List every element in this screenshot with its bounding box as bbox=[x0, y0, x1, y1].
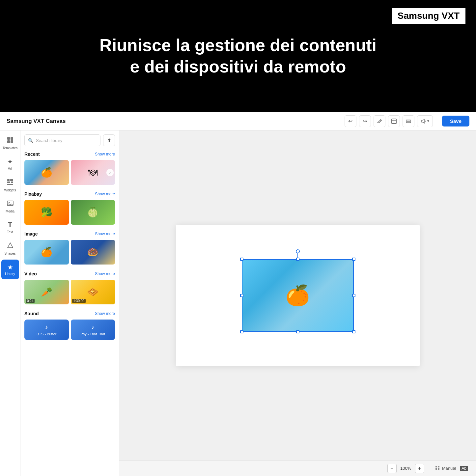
zoom-out-button[interactable]: − bbox=[387, 464, 397, 473]
search-input-container[interactable]: 🔍 Search library bbox=[24, 134, 100, 146]
sidebar-item-templates[interactable]: Templates bbox=[1, 133, 19, 153]
art-icon: ✦ bbox=[7, 158, 13, 166]
library-icon: ★ bbox=[7, 263, 13, 271]
video-duration-2: 1:30:00 bbox=[72, 299, 86, 303]
templates-label: Templates bbox=[3, 146, 18, 150]
image-element: 🍊 bbox=[242, 259, 354, 332]
music-icon-1: ♪ bbox=[45, 324, 48, 331]
ab-label: Ab bbox=[460, 466, 468, 471]
svg-rect-11 bbox=[10, 179, 13, 181]
art-label: Art bbox=[8, 167, 12, 170]
app-title: Samsung VXT Canvas bbox=[7, 118, 341, 125]
topbar: Samsung VXT Canvas ↩ ↪ bbox=[0, 112, 476, 130]
image-grid: 🍊 🍩 bbox=[24, 240, 115, 265]
image-item-2[interactable]: 🍩 bbox=[71, 240, 115, 265]
svg-point-16 bbox=[9, 202, 10, 203]
music-icon-2: ♪ bbox=[91, 324, 94, 331]
canvas-bottom-bar: − 100% + Manual bbox=[119, 460, 476, 476]
hero-title: Riunisce la gestione dei contenuti e dei… bbox=[99, 35, 377, 77]
svg-rect-3 bbox=[406, 120, 411, 121]
recent-show-more[interactable]: Show more bbox=[95, 152, 115, 156]
zoom-in-button[interactable]: + bbox=[415, 464, 424, 473]
svg-rect-7 bbox=[11, 137, 13, 140]
sound-name-1: BTS - Butter bbox=[37, 332, 57, 336]
svg-rect-13 bbox=[11, 182, 13, 183]
media-label: Media bbox=[6, 210, 14, 213]
recent-item-1[interactable]: 🍊 bbox=[24, 160, 69, 185]
undo-button[interactable]: ↩ bbox=[345, 115, 356, 127]
resize-handle-bc[interactable] bbox=[296, 330, 299, 333]
sidebar-item-text[interactable]: T Text bbox=[1, 217, 19, 237]
pixabay-item-1[interactable]: 🥦 bbox=[24, 200, 69, 225]
resize-handle-mr[interactable] bbox=[352, 294, 355, 297]
recent-item-2[interactable]: 🍽 › bbox=[71, 160, 115, 185]
sidebar-item-shapes[interactable]: Shapes bbox=[1, 238, 19, 258]
recent-next-arrow[interactable]: › bbox=[106, 169, 114, 176]
video-show-more[interactable]: Show more bbox=[95, 271, 115, 276]
video-item-1[interactable]: 🥕 0:24 bbox=[24, 280, 69, 304]
video-grid: 🥕 0:24 🧇 1:30:00 bbox=[24, 280, 115, 304]
library-search-bar: 🔍 Search library ⬆ bbox=[24, 134, 115, 146]
resize-handle-br[interactable] bbox=[352, 330, 355, 333]
widgets-icon bbox=[7, 179, 14, 187]
layers-button[interactable] bbox=[403, 115, 414, 127]
resize-handle-bl[interactable] bbox=[240, 330, 243, 333]
toolbar-tools: ↩ ↪ bbox=[345, 115, 433, 127]
redo-button[interactable]: ↪ bbox=[359, 115, 371, 127]
sidebar-item-widgets[interactable]: Widgets bbox=[1, 175, 19, 195]
rotate-handle[interactable] bbox=[296, 249, 300, 253]
library-label: Library bbox=[5, 272, 15, 276]
templates-icon bbox=[7, 136, 14, 145]
svg-rect-9 bbox=[11, 140, 13, 143]
text-label: Text bbox=[7, 230, 13, 234]
shapes-label: Shapes bbox=[5, 252, 16, 255]
search-placeholder: Search library bbox=[36, 138, 62, 143]
video-title: Video bbox=[24, 271, 37, 276]
pixabay-show-more[interactable]: Show more bbox=[95, 192, 115, 196]
svg-rect-10 bbox=[7, 179, 10, 181]
sidebar-item-media[interactable]: Media bbox=[1, 196, 19, 216]
svg-rect-6 bbox=[7, 137, 10, 140]
sidebar-item-art[interactable]: ✦ Art bbox=[1, 154, 19, 174]
image-show-more[interactable]: Show more bbox=[95, 232, 115, 236]
video-section-header: Video Show more bbox=[24, 271, 115, 276]
library-panel: 🔍 Search library ⬆ Recent Show more 🍊 🍽 … bbox=[20, 130, 119, 476]
resize-handle-ml[interactable] bbox=[240, 294, 243, 297]
pixabay-item-2[interactable]: 🍈 bbox=[71, 200, 115, 225]
recent-section-header: Recent Show more bbox=[24, 152, 115, 157]
upload-button[interactable]: ⬆ bbox=[103, 134, 115, 146]
image-item-1[interactable]: 🍊 bbox=[24, 240, 69, 265]
canvas-area: 🍊 − 100% bbox=[119, 130, 476, 476]
sound-button[interactable]: ▾ bbox=[417, 115, 433, 127]
image-section-header: Image Show more bbox=[24, 231, 115, 237]
table-button[interactable] bbox=[388, 115, 400, 127]
sidebar-item-library[interactable]: ★ Library bbox=[1, 260, 19, 279]
sound-title: Sound bbox=[24, 311, 39, 316]
sidebar-nav: Templates ✦ Art Widgets bbox=[0, 130, 20, 476]
text-icon: T bbox=[8, 221, 12, 229]
save-button[interactable]: Save bbox=[442, 116, 469, 126]
resize-handle-tl[interactable] bbox=[240, 258, 243, 261]
resize-handle-tr[interactable] bbox=[352, 258, 355, 261]
resize-handle-tc[interactable] bbox=[296, 258, 299, 261]
canvas-image-emoji: 🍊 bbox=[285, 284, 310, 307]
sound-name-2: Psy - That That bbox=[80, 332, 105, 336]
mode-icon bbox=[435, 465, 440, 471]
image-title: Image bbox=[24, 231, 38, 237]
sound-item-1[interactable]: ♪ BTS - Butter bbox=[24, 320, 69, 340]
video-duration-1: 0:24 bbox=[26, 299, 35, 303]
svg-rect-19 bbox=[435, 468, 437, 470]
hero-section: Samsung VXT Riunisce la gestione dei con… bbox=[0, 0, 476, 112]
zoom-level: 100% bbox=[399, 466, 412, 471]
sound-item-2[interactable]: ♪ Psy - That That bbox=[71, 320, 115, 340]
eraser-button[interactable] bbox=[374, 115, 385, 127]
canvas-workspace[interactable]: 🍊 bbox=[119, 130, 476, 460]
sound-section-header: Sound Show more bbox=[24, 311, 115, 316]
recent-title: Recent bbox=[24, 152, 40, 157]
selected-element[interactable]: 🍊 bbox=[242, 259, 354, 332]
video-item-2[interactable]: 🧇 1:30:00 bbox=[71, 280, 115, 304]
pixabay-section-header: Pixabay Show more bbox=[24, 191, 115, 197]
sound-show-more[interactable]: Show more bbox=[95, 311, 115, 316]
widgets-label: Widgets bbox=[4, 188, 16, 192]
brand-logo: Samsung VXT bbox=[392, 8, 465, 24]
